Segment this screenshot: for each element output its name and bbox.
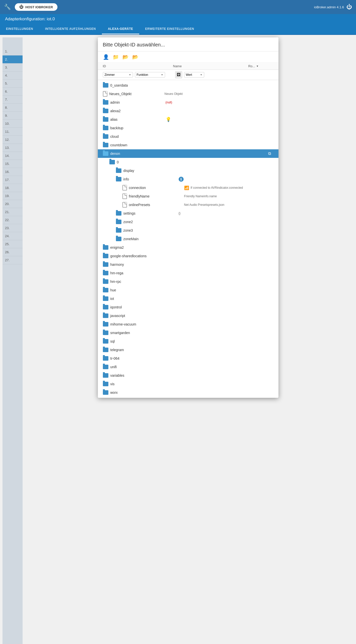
tree-row-countdown[interactable]: countdown [98,141,278,149]
tree-row-unifi[interactable]: unifi [98,363,278,371]
folder-backitup-icon [103,126,108,130]
tree-row-denon-info[interactable]: info ℹ [98,175,278,183]
tree-name-alexa2: alexa2 [110,109,166,113]
tree-row-googleshared[interactable]: google-sharedlocations [98,252,278,260]
tree-row-settings[interactable]: settings {} [98,209,278,218]
folder-telegram-icon [103,348,108,352]
folder-variables-icon [103,373,108,378]
filter-image-icon[interactable]: 🖼 [175,71,182,78]
person-icon[interactable]: 👤 [103,54,109,60]
modal-toolbar: 👤 📁 📂 📂 [98,51,278,63]
tree-row-backitup[interactable]: backitup [98,124,278,132]
copy-icon[interactable]: ⧉ [268,151,271,156]
col-id: ID [103,64,173,68]
col-name: Name [173,64,248,68]
adapter-title: Adapterkonfiguration: iot.0 [5,17,55,21]
tree-row-tr064[interactable]: tr-064 [98,354,278,363]
tree-row-zone2[interactable]: zone2 [98,218,278,226]
left-num-5: 5. [3,80,23,88]
wrench-icon[interactable]: 🔧 [4,4,11,10]
tree-row-iot[interactable]: iot [98,294,278,303]
column-headers: ID Name Ro... ▼ [98,63,278,70]
tree-row-0userdata[interactable]: 0_userdata [98,81,278,90]
version-label: ioBroker.admin 4.1.6 [314,5,344,9]
tree-row-enigma2[interactable]: enigma2 [98,243,278,252]
tab-bar: EINSTELLUNGEN INTELLIGENTE AUFZÄHLUNGEN … [0,24,356,35]
tree-name-alias: alias [110,117,166,121]
folder-enigma2-icon [103,245,108,250]
folder-mihome-icon [103,322,108,327]
tree-row-cloud[interactable]: cloud [98,132,278,141]
tree-row-alexa2[interactable]: alexa2 [98,107,278,115]
left-num-20: 20. [3,200,23,208]
tree-row-denon-0[interactable]: 0 [98,158,278,166]
folder2-icon-toolbar[interactable]: 📂 [132,54,138,60]
left-num-21: 21. [3,208,23,216]
tree-name-variables: variables [110,373,166,377]
tree-name-enigma2: enigma2 [110,245,166,249]
left-num-17: 17. [3,176,23,184]
folder-tr064-icon [103,356,108,361]
tree-row-vis[interactable]: vis [98,380,278,388]
tree-name-iqontrol: iqontrol [110,305,166,309]
tab-erweiterte[interactable]: ERWEITERTE EINSTELLUNGEN [139,24,200,34]
tree-row-hmrega[interactable]: hm-rega [98,269,278,277]
tree-row-denon-display[interactable]: display [98,166,278,175]
tree-row-admin[interactable]: admin (null) [98,98,278,107]
tree-meta-alias: 💡 [166,117,273,122]
folder-denon-icon [103,151,108,156]
tab-alexa[interactable]: ALEXA-GERÄTE [102,24,139,34]
tree-row-harmony[interactable]: harmony [98,260,278,269]
modal-dialog: Bitte Objekt-ID auswählen... 👤 📁 📂 📂 ID … [98,37,278,398]
folder-open-icon-toolbar[interactable]: 📂 [122,54,129,60]
left-num-26: 26. [3,248,23,256]
tree-name-hue: hue [110,288,166,292]
tab-einstellungen[interactable]: EINSTELLUNGEN [0,24,39,34]
tree-name-hmrega: hm-rega [110,271,166,275]
tree-row-sql[interactable]: sql [98,337,278,346]
dropdown-arrow-icon[interactable]: ▼ [256,65,259,68]
left-num-22: 22. [3,216,23,224]
tree-row-onlinepresets[interactable]: onlinePresets Net Audio Presetspresets.j… [98,201,278,209]
tree-row-javascript[interactable]: javascript [98,311,278,320]
top-right-icon[interactable]: ⏻ [346,4,352,10]
tree-row-variables[interactable]: variables [98,371,278,380]
zimmer-filter[interactable]: Zimmer [103,72,133,78]
tree-name-display: display [123,169,179,173]
tree-row-worx[interactable]: worx [98,388,278,397]
tree-row-iqontrol[interactable]: iqontrol [98,303,278,311]
tree-row-hmrpc[interactable]: hm-rpc [98,277,278,286]
tree-row-denon[interactable]: denon ⧉ [98,149,278,158]
tree-row-smartgarden[interactable]: smartgarden [98,329,278,337]
tree-name-onlinepresets: onlinePresets [129,203,184,207]
folder-info-icon [116,177,121,181]
host-badge[interactable]: ⏻ HOST IOBROKER [15,3,57,11]
tree-row-hue[interactable]: hue [98,286,278,294]
left-sidebar: 1. 2. 3. 4. 5. 6. 7. 8. 9. 10. 11. 12. 1… [3,37,23,644]
left-num-2: 2. [3,55,23,63]
left-num-25: 25. [3,240,23,248]
funktion-filter[interactable]: Funktion [135,72,165,78]
tree-row-zone3[interactable]: zone3 [98,226,278,235]
host-label: HOST IOBROKER [25,5,53,9]
tab-intelligente[interactable]: INTELLIGENTE AUFZÄHLUNGEN [39,24,102,34]
tree-row-mihome[interactable]: mihome-vacuum [98,320,278,329]
tree-row-neuesobjekt[interactable]: Neues_Objekt Neues Objekt [98,90,278,98]
tree-name-hmrpc: hm-rpc [110,280,166,284]
folder-smartgarden-icon [103,331,108,335]
folder-unifi-icon [103,365,108,369]
tree-meta-settings: {} [179,212,273,215]
tree-name-admin: admin [110,100,166,104]
tree-row-connection[interactable]: connection 📶 If connected to AVRindicato… [98,183,278,192]
tree-row-friendlyname[interactable]: friendlyName Friendly Nameinfo.name [98,192,278,201]
folder-settings-icon [116,211,121,216]
left-num-11: 11. [3,128,23,136]
left-num-18: 18. [3,184,23,192]
wert-filter[interactable]: Wert [184,72,204,78]
left-num-15: 15. [3,160,23,168]
folder-icon-toolbar[interactable]: 📁 [113,54,119,60]
tree-row-zonemain[interactable]: zoneMain [98,235,278,243]
tree-row-alias[interactable]: alias 💡 [98,115,278,124]
tree-row-telegram[interactable]: telegram [98,346,278,354]
tree-meta-neuesobjekt: Neues Objekt [165,92,273,96]
